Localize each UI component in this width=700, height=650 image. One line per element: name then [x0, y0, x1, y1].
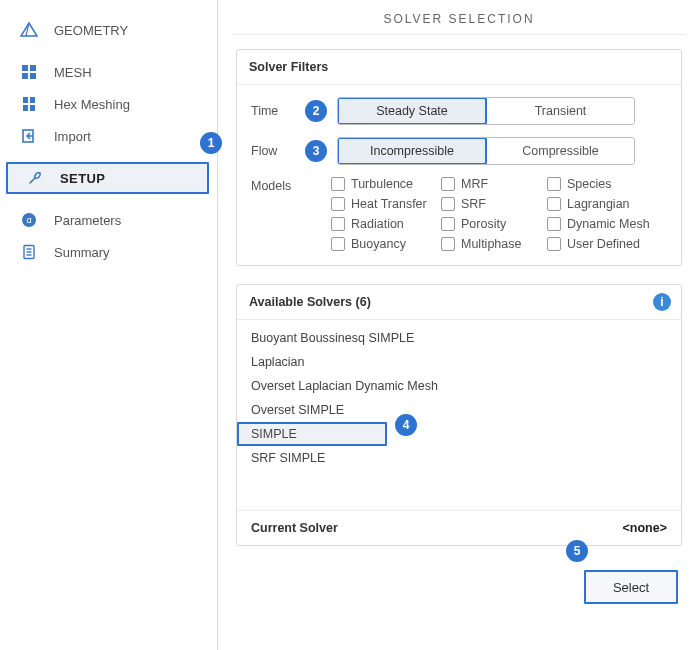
toggle-transient[interactable]: Transient	[486, 98, 634, 124]
sidebar-item-label: Summary	[54, 245, 110, 260]
current-solver-value: <none>	[623, 521, 667, 535]
svg-rect-3	[30, 65, 36, 71]
svg-rect-6	[23, 97, 28, 103]
pyramid-icon	[20, 21, 38, 39]
solver-item[interactable]: Overset Laplacian Dynamic Mesh	[237, 374, 681, 398]
filter-label-flow: Flow	[251, 144, 305, 158]
solver-item[interactable]: SRF SIMPLE	[237, 446, 681, 470]
model-srf[interactable]: SRF	[441, 197, 545, 211]
params-icon: α	[20, 211, 38, 229]
svg-rect-7	[30, 97, 35, 103]
select-button[interactable]: Select	[584, 570, 678, 604]
models-row: Models Turbulence MRF Species Heat Trans…	[251, 177, 667, 251]
model-multiphase[interactable]: Multiphase	[441, 237, 545, 251]
filter-label-time: Time	[251, 104, 305, 118]
svg-rect-9	[30, 105, 35, 111]
callout-1: 1	[200, 132, 222, 154]
sidebar-item-hex-meshing[interactable]: Hex Meshing	[0, 88, 217, 120]
svg-rect-2	[22, 65, 28, 71]
model-lagrangian[interactable]: Lagrangian	[547, 197, 667, 211]
solver-item[interactable]: Laplacian	[237, 350, 681, 374]
svg-rect-5	[30, 73, 36, 79]
sidebar-item-label: GEOMETRY	[54, 23, 128, 38]
model-species[interactable]: Species	[547, 177, 667, 191]
filter-label-models: Models	[251, 177, 303, 193]
sidebar-item-label: SETUP	[60, 171, 105, 186]
model-mrf[interactable]: MRF	[441, 177, 545, 191]
wrench-icon	[26, 169, 44, 187]
available-solvers-header: Available Solvers (6)	[237, 285, 681, 320]
model-buoyancy[interactable]: Buoyancy	[331, 237, 439, 251]
solver-filters-header: Solver Filters	[237, 50, 681, 85]
filter-row-flow: Flow 3 Incompressible Compressible	[251, 137, 667, 165]
callout-5: 5	[566, 540, 588, 562]
sidebar-item-geometry[interactable]: GEOMETRY	[0, 14, 217, 46]
info-icon[interactable]: i	[653, 293, 671, 311]
toggle-compressible[interactable]: Compressible	[486, 138, 634, 164]
hex-icon	[20, 95, 38, 113]
sidebar-item-label: MESH	[54, 65, 92, 80]
svg-text:α: α	[26, 215, 31, 225]
select-row: 5 Select	[218, 546, 700, 604]
sidebar: GEOMETRY MESH Hex Meshing Import	[0, 0, 218, 650]
available-solvers-panel: Available Solvers (6) i Buoyant Boussine…	[236, 284, 682, 546]
model-dynamic-mesh[interactable]: Dynamic Mesh	[547, 217, 667, 231]
callout-4: 4	[395, 414, 417, 436]
sidebar-item-label: Hex Meshing	[54, 97, 130, 112]
solver-item[interactable]: Buoyant Boussinesq SIMPLE	[237, 326, 681, 350]
solver-item-selected[interactable]: SIMPLE	[237, 422, 387, 446]
doc-icon	[20, 243, 38, 261]
solver-item[interactable]: Overset SIMPLE	[237, 398, 681, 422]
callout-2: 2	[305, 100, 327, 122]
filter-row-time: Time 2 Steady State Transient	[251, 97, 667, 125]
sidebar-item-summary[interactable]: Summary	[0, 236, 217, 268]
current-solver-row: Current Solver <none>	[237, 510, 681, 545]
model-turbulence[interactable]: Turbulence	[331, 177, 439, 191]
model-radiation[interactable]: Radiation	[331, 217, 439, 231]
sidebar-item-mesh[interactable]: MESH	[0, 56, 217, 88]
import-icon	[20, 127, 38, 145]
sidebar-item-setup[interactable]: SETUP	[6, 162, 209, 194]
toggle-steady-state[interactable]: Steady State	[338, 98, 486, 124]
sidebar-item-label: Import	[54, 129, 91, 144]
grid-icon	[20, 63, 38, 81]
flow-toggle-group: Incompressible Compressible	[337, 137, 635, 165]
solver-filters-panel: Solver Filters Time 2 Steady State Trans…	[236, 49, 682, 266]
main-panel: SOLVER SELECTION Solver Filters Time 2 S…	[218, 0, 700, 650]
sidebar-item-parameters[interactable]: α Parameters	[0, 204, 217, 236]
callout-3: 3	[305, 140, 327, 162]
svg-rect-8	[23, 105, 28, 111]
page-title: SOLVER SELECTION	[232, 0, 686, 35]
model-porosity[interactable]: Porosity	[441, 217, 545, 231]
current-solver-label: Current Solver	[251, 521, 338, 535]
svg-rect-4	[22, 73, 28, 79]
toggle-incompressible[interactable]: Incompressible	[338, 138, 486, 164]
model-heat-transfer[interactable]: Heat Transfer	[331, 197, 439, 211]
time-toggle-group: Steady State Transient	[337, 97, 635, 125]
solver-list: Buoyant Boussinesq SIMPLE Laplacian Over…	[237, 320, 681, 510]
sidebar-item-import[interactable]: Import	[0, 120, 217, 152]
sidebar-item-label: Parameters	[54, 213, 121, 228]
model-user-defined[interactable]: User Defined	[547, 237, 667, 251]
models-grid: Turbulence MRF Species Heat Transfer SRF…	[331, 177, 667, 251]
